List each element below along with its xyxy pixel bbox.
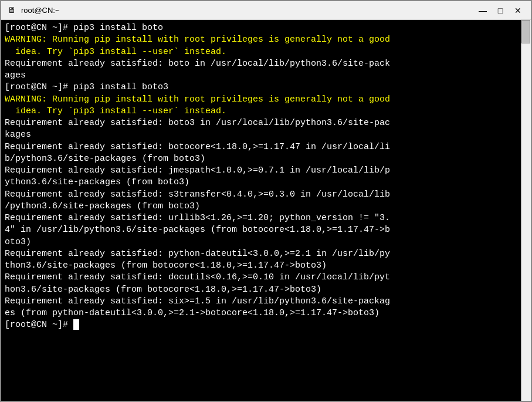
- minimize-button[interactable]: —: [475, 4, 491, 18]
- terminal-content: [root@CN ~]# pip3 install boto WARNING: …: [5, 22, 527, 332]
- line-1: [root@CN ~]# pip3 install boto: [5, 23, 163, 33]
- window-title: root@CN:~: [21, 6, 60, 15]
- scrollbar[interactable]: [521, 20, 531, 401]
- line-6: Requirement already satisfied: boto3 in …: [5, 118, 390, 318]
- titlebar-controls: — □ ✕: [475, 4, 526, 18]
- line-4-prompt: [root@CN ~]# pip3 install boto3: [5, 82, 168, 92]
- maximize-button[interactable]: □: [492, 4, 509, 18]
- line-3: Requirement already satisfied: boto in /…: [5, 59, 390, 80]
- titlebar-left: 🖥 root@CN:~: [6, 5, 60, 16]
- line-5-warning: WARNING: Running pip install with root p…: [5, 94, 390, 116]
- titlebar: 🖥 root@CN:~ — □ ✕: [1, 1, 531, 20]
- terminal-icon: 🖥: [6, 5, 18, 16]
- scrollbar-thumb[interactable]: [521, 20, 530, 43]
- line-2-warning: WARNING: Running pip install with root p…: [5, 35, 390, 56]
- line-last-prompt: [root@CN ~]#: [5, 320, 73, 330]
- cursor: [73, 319, 79, 330]
- terminal-window: 🖥 root@CN:~ — □ ✕ [root@CN ~]# pip3 inst…: [0, 0, 532, 402]
- terminal-body[interactable]: [root@CN ~]# pip3 install boto WARNING: …: [1, 20, 531, 401]
- close-button[interactable]: ✕: [510, 4, 526, 18]
